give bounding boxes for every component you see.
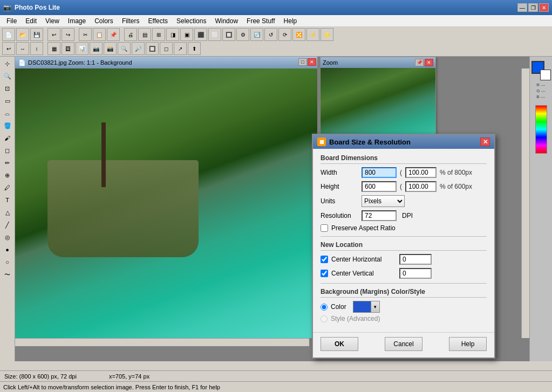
menu-help[interactable]: Help bbox=[280, 16, 302, 26]
canvas-image-container[interactable] bbox=[15, 68, 317, 338]
tb-btn-7[interactable]: ◨ bbox=[166, 28, 179, 41]
tb-btn-13[interactable]: 🔃 bbox=[250, 28, 263, 41]
copy-button[interactable]: 📋 bbox=[93, 28, 106, 41]
tb2-btn-5[interactable]: 🖼 bbox=[62, 42, 74, 55]
tool-crop[interactable]: ⊡ bbox=[2, 82, 13, 94]
tb2-btn-4[interactable]: ▦ bbox=[47, 42, 60, 55]
center-v-input[interactable] bbox=[399, 268, 432, 279]
tool-smudge[interactable]: 〜 bbox=[2, 269, 13, 280]
menu-edit[interactable]: Edit bbox=[21, 16, 41, 26]
menu-file[interactable]: File bbox=[2, 16, 21, 26]
save-button[interactable]: 💾 bbox=[30, 28, 43, 41]
tb-btn-15[interactable]: ⟳ bbox=[278, 28, 291, 41]
zoom-title-label: Zoom bbox=[323, 59, 338, 66]
tb2-btn-10[interactable]: 🔎 bbox=[132, 42, 145, 55]
tool-text[interactable]: T bbox=[2, 194, 13, 206]
tb-btn-16[interactable]: 🔀 bbox=[292, 28, 305, 41]
restore-button[interactable]: ❐ bbox=[528, 3, 538, 12]
redo-button[interactable]: ↪ bbox=[62, 28, 74, 41]
tb2-btn-6[interactable]: 📊 bbox=[76, 42, 88, 55]
color-picker-dropdown-btn[interactable]: ▼ bbox=[371, 301, 380, 313]
color-picker-button[interactable] bbox=[353, 301, 371, 313]
minimize-button[interactable]: — bbox=[517, 3, 527, 12]
new-button[interactable]: 📄 bbox=[2, 28, 15, 41]
center-h-checkbox[interactable] bbox=[321, 256, 328, 263]
tb-btn-9[interactable]: ⬛ bbox=[194, 28, 207, 41]
tool-zoom[interactable]: 🔍 bbox=[2, 70, 13, 82]
help-button[interactable]: Help bbox=[449, 337, 487, 351]
tb2-btn-14[interactable]: ⬆ bbox=[188, 42, 201, 55]
preserve-aspect-checkbox[interactable] bbox=[321, 224, 328, 232]
canvas-restore-btn[interactable]: □ bbox=[298, 58, 307, 66]
tb-btn-14[interactable]: ↺ bbox=[264, 28, 277, 41]
ok-button[interactable]: OK bbox=[321, 337, 358, 351]
cancel-button[interactable]: Cancel bbox=[385, 337, 422, 351]
menu-freestuff[interactable]: Free Stuff bbox=[242, 16, 279, 26]
center-h-input[interactable] bbox=[399, 254, 432, 265]
height-pct-input[interactable] bbox=[405, 181, 437, 192]
tb-btn-12[interactable]: ⚙ bbox=[236, 28, 249, 41]
menu-effects[interactable]: Effects bbox=[144, 16, 172, 26]
resolution-input[interactable] bbox=[362, 210, 397, 221]
print-button[interactable]: 🖨 bbox=[124, 28, 137, 41]
dialog-close-btn[interactable]: ✕ bbox=[480, 137, 490, 146]
tool-dodge[interactable]: ○ bbox=[2, 256, 13, 268]
tb2-btn-3[interactable]: ↕ bbox=[30, 42, 43, 55]
tool-blur[interactable]: ◎ bbox=[2, 231, 13, 243]
tool-select-rect[interactable]: ▭ bbox=[2, 95, 13, 107]
undo-button[interactable]: ↩ bbox=[47, 28, 60, 41]
width-pct-input[interactable] bbox=[405, 167, 437, 178]
cut-button[interactable]: ✂ bbox=[79, 28, 92, 41]
zoom-pin-btn[interactable]: 📌 bbox=[415, 59, 424, 66]
canvas-vscrollbar[interactable] bbox=[521, 68, 529, 338]
tb2-btn-7[interactable]: 📷 bbox=[90, 42, 103, 55]
menu-window[interactable]: Window bbox=[210, 16, 242, 26]
canvas-close-btn[interactable]: ✕ bbox=[308, 58, 316, 66]
tb2-btn-12[interactable]: ◻ bbox=[160, 42, 173, 55]
color-gradient-slider[interactable] bbox=[535, 105, 547, 154]
tb-btn-17[interactable]: ⚡ bbox=[306, 28, 319, 41]
tool-clone[interactable]: ⊕ bbox=[2, 169, 13, 181]
color-radio[interactable] bbox=[321, 304, 328, 311]
tb-btn-6[interactable]: ⊞ bbox=[152, 28, 165, 41]
menu-view[interactable]: View bbox=[41, 16, 64, 26]
tb2-btn-2[interactable]: ↔ bbox=[16, 42, 29, 55]
menu-filters[interactable]: Filters bbox=[118, 16, 144, 26]
tool-shapes[interactable]: △ bbox=[2, 207, 13, 218]
tool-paint-bucket[interactable]: 🪣 bbox=[2, 120, 13, 132]
tb2-btn-11[interactable]: 🔲 bbox=[146, 42, 159, 55]
tb-btn-5[interactable]: ▤ bbox=[138, 28, 151, 41]
tb2-btn-1[interactable]: ↩ bbox=[2, 42, 15, 55]
tool-pointer[interactable]: ⊹ bbox=[2, 58, 13, 70]
menu-selections[interactable]: Selections bbox=[172, 16, 210, 26]
menu-colors[interactable]: Colors bbox=[90, 16, 118, 26]
menu-image[interactable]: Image bbox=[64, 16, 90, 26]
close-button[interactable]: ✕ bbox=[539, 3, 549, 12]
tb2-btn-9[interactable]: 🔍 bbox=[118, 42, 131, 55]
tool-brush[interactable]: 🖌 bbox=[2, 132, 13, 144]
tb-btn-10[interactable]: ⬜ bbox=[208, 28, 221, 41]
tool-eraser[interactable]: ◻ bbox=[2, 145, 13, 156]
canvas-title-bar: 📄 DSC03821.jpg Zoom: 1:1 - Background □ … bbox=[15, 57, 317, 68]
tool-line[interactable]: ╱ bbox=[2, 219, 13, 231]
tool-eyedropper[interactable]: 🖊 bbox=[2, 182, 13, 194]
tb-btn-11[interactable]: 🔲 bbox=[222, 28, 235, 41]
tool-select-lasso[interactable]: ⌓ bbox=[2, 107, 13, 119]
style-radio[interactable] bbox=[321, 315, 328, 322]
paste-button[interactable]: 📌 bbox=[107, 28, 120, 41]
color-swatch-area bbox=[531, 61, 551, 80]
tool-pencil[interactable]: ✏ bbox=[2, 157, 13, 169]
height-input[interactable] bbox=[362, 181, 397, 192]
canvas-hscrollbar[interactable] bbox=[15, 338, 309, 346]
units-select[interactable]: Pixels Inches Centimeters bbox=[362, 195, 405, 207]
background-color-swatch[interactable] bbox=[540, 70, 551, 80]
width-input[interactable] bbox=[362, 167, 397, 178]
center-v-checkbox[interactable] bbox=[321, 270, 328, 277]
tb-btn-18[interactable]: ⭐ bbox=[321, 28, 333, 41]
tool-burn[interactable]: ● bbox=[2, 244, 13, 256]
tb2-btn-8[interactable]: 📸 bbox=[104, 42, 117, 55]
zoom-close-btn[interactable]: ✕ bbox=[425, 59, 433, 66]
tb-btn-8[interactable]: ▣ bbox=[180, 28, 193, 41]
tb2-btn-13[interactable]: ↗ bbox=[174, 42, 187, 55]
open-button[interactable]: 📂 bbox=[16, 28, 29, 41]
